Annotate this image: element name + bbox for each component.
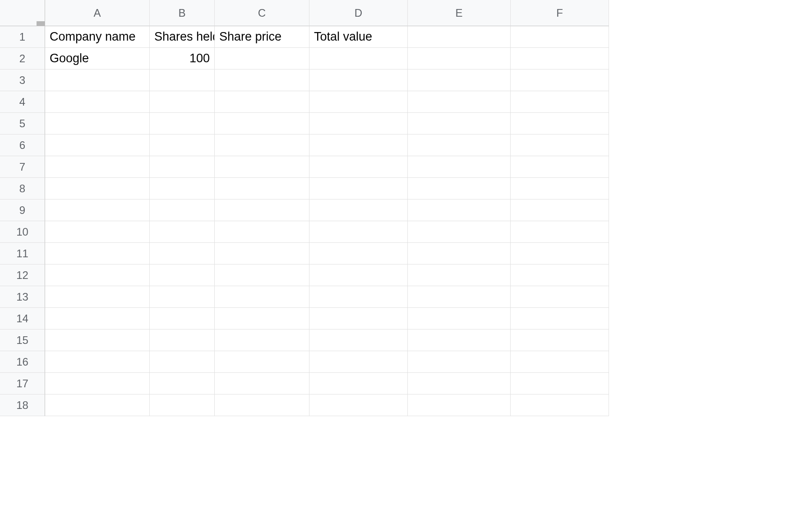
- cell-A2[interactable]: Google: [45, 48, 150, 70]
- cell-C15[interactable]: [215, 329, 309, 351]
- cell-B9[interactable]: [150, 200, 215, 221]
- cell-E4[interactable]: [408, 91, 511, 113]
- cell-E2[interactable]: [408, 48, 511, 70]
- cell-E16[interactable]: [408, 351, 511, 373]
- cell-D16[interactable]: [309, 351, 408, 373]
- cell-B17[interactable]: [150, 373, 215, 394]
- cell-C18[interactable]: [215, 394, 309, 416]
- cell-F14[interactable]: [511, 308, 609, 329]
- cell-B1[interactable]: Shares held: [150, 26, 215, 48]
- cell-C13[interactable]: [215, 286, 309, 308]
- row-header-3[interactable]: 3: [0, 70, 45, 91]
- cell-B12[interactable]: [150, 264, 215, 286]
- cell-B15[interactable]: [150, 329, 215, 351]
- cell-F3[interactable]: [511, 70, 609, 91]
- cell-A18[interactable]: [45, 394, 150, 416]
- cell-A7[interactable]: [45, 156, 150, 178]
- cell-C1[interactable]: Share price: [215, 26, 309, 48]
- cell-A14[interactable]: [45, 308, 150, 329]
- cell-B2[interactable]: 100: [150, 48, 215, 70]
- cell-C4[interactable]: [215, 91, 309, 113]
- cell-C17[interactable]: [215, 373, 309, 394]
- cell-D9[interactable]: [309, 200, 408, 221]
- cell-C2[interactable]: [215, 48, 309, 70]
- cell-E13[interactable]: [408, 286, 511, 308]
- cell-F9[interactable]: [511, 200, 609, 221]
- cell-A17[interactable]: [45, 373, 150, 394]
- row-header-11[interactable]: 11: [0, 243, 45, 264]
- cell-A10[interactable]: [45, 221, 150, 243]
- cell-E11[interactable]: [408, 243, 511, 264]
- cell-F18[interactable]: [511, 394, 609, 416]
- cell-E18[interactable]: [408, 394, 511, 416]
- cell-D11[interactable]: [309, 243, 408, 264]
- row-header-9[interactable]: 9: [0, 200, 45, 221]
- cell-D5[interactable]: [309, 113, 408, 135]
- cell-F4[interactable]: [511, 91, 609, 113]
- column-header-B[interactable]: B: [150, 0, 215, 26]
- cell-C16[interactable]: [215, 351, 309, 373]
- cell-F2[interactable]: [511, 48, 609, 70]
- column-header-A[interactable]: A: [45, 0, 150, 26]
- cell-B18[interactable]: [150, 394, 215, 416]
- row-header-16[interactable]: 16: [0, 351, 45, 373]
- cell-C12[interactable]: [215, 264, 309, 286]
- cell-E9[interactable]: [408, 200, 511, 221]
- cell-A15[interactable]: [45, 329, 150, 351]
- cell-E14[interactable]: [408, 308, 511, 329]
- cell-F1[interactable]: [511, 26, 609, 48]
- cell-F11[interactable]: [511, 243, 609, 264]
- row-header-12[interactable]: 12: [0, 264, 45, 286]
- cell-E17[interactable]: [408, 373, 511, 394]
- cell-A4[interactable]: [45, 91, 150, 113]
- row-header-13[interactable]: 13: [0, 286, 45, 308]
- row-header-8[interactable]: 8: [0, 178, 45, 200]
- cell-C9[interactable]: [215, 200, 309, 221]
- cell-D10[interactable]: [309, 221, 408, 243]
- cell-B7[interactable]: [150, 156, 215, 178]
- cell-A5[interactable]: [45, 113, 150, 135]
- column-header-F[interactable]: F: [511, 0, 609, 26]
- row-header-18[interactable]: 18: [0, 394, 45, 416]
- cell-F10[interactable]: [511, 221, 609, 243]
- cell-D4[interactable]: [309, 91, 408, 113]
- cell-B13[interactable]: [150, 286, 215, 308]
- row-header-7[interactable]: 7: [0, 156, 45, 178]
- cell-D14[interactable]: [309, 308, 408, 329]
- cell-A11[interactable]: [45, 243, 150, 264]
- row-header-6[interactable]: 6: [0, 135, 45, 156]
- cell-F7[interactable]: [511, 156, 609, 178]
- cell-B11[interactable]: [150, 243, 215, 264]
- column-header-C[interactable]: C: [215, 0, 309, 26]
- cell-B16[interactable]: [150, 351, 215, 373]
- row-header-14[interactable]: 14: [0, 308, 45, 329]
- cell-A6[interactable]: [45, 135, 150, 156]
- cell-B10[interactable]: [150, 221, 215, 243]
- cell-E3[interactable]: [408, 70, 511, 91]
- cell-C10[interactable]: [215, 221, 309, 243]
- cell-B4[interactable]: [150, 91, 215, 113]
- cell-E6[interactable]: [408, 135, 511, 156]
- cell-B14[interactable]: [150, 308, 215, 329]
- cell-D2[interactable]: [309, 48, 408, 70]
- row-header-2[interactable]: 2: [0, 48, 45, 70]
- cell-C3[interactable]: [215, 70, 309, 91]
- cell-C5[interactable]: [215, 113, 309, 135]
- cell-D7[interactable]: [309, 156, 408, 178]
- cell-D3[interactable]: [309, 70, 408, 91]
- cell-A12[interactable]: [45, 264, 150, 286]
- cell-D1[interactable]: Total value: [309, 26, 408, 48]
- row-header-1[interactable]: 1: [0, 26, 45, 48]
- select-all-corner[interactable]: [0, 0, 45, 26]
- cell-B8[interactable]: [150, 178, 215, 200]
- cell-F16[interactable]: [511, 351, 609, 373]
- cell-D12[interactable]: [309, 264, 408, 286]
- row-header-10[interactable]: 10: [0, 221, 45, 243]
- cell-C6[interactable]: [215, 135, 309, 156]
- row-header-15[interactable]: 15: [0, 329, 45, 351]
- cell-F17[interactable]: [511, 373, 609, 394]
- cell-B6[interactable]: [150, 135, 215, 156]
- cell-E8[interactable]: [408, 178, 511, 200]
- cell-F12[interactable]: [511, 264, 609, 286]
- cell-C11[interactable]: [215, 243, 309, 264]
